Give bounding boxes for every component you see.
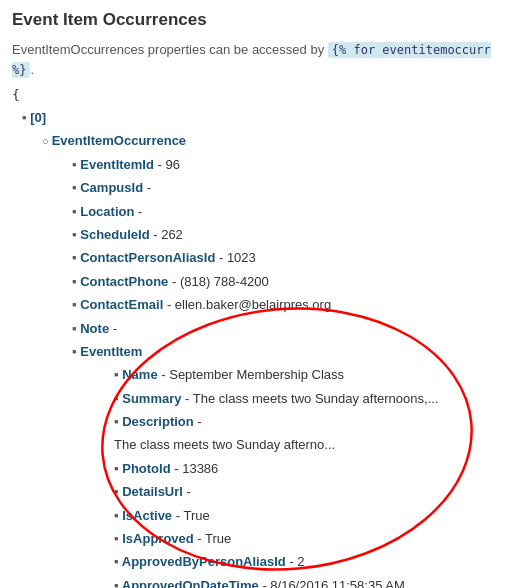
event-item-field: DetailsUrl - xyxy=(114,480,506,503)
array-index-item: [0] xyxy=(22,106,506,129)
field-item: ContactPersonAliasId - 1023 xyxy=(72,246,506,269)
event-item-field: Summary - The class meets two Sunday aft… xyxy=(114,387,506,410)
tree-container: [0] EventItemOccurrence EventItemId - 96… xyxy=(12,106,506,588)
brace-open: { xyxy=(12,87,506,102)
field-item: ScheduleId - 262 xyxy=(72,223,506,246)
event-item-field: PhotoId - 13386 xyxy=(114,457,506,480)
page-title: Event Item Occurrences xyxy=(12,10,506,30)
field-item: Location - xyxy=(72,200,506,223)
event-item-field: ApprovedOnDateTime - 8/16/2016 11:58:35 … xyxy=(114,574,506,588)
event-item-field: IsApproved - True xyxy=(114,527,506,550)
event-item-field: Description - The class meets two Sunday… xyxy=(114,410,506,457)
class-name-item: EventItemOccurrence xyxy=(42,129,506,152)
field-item: ContactEmail - ellen.baker@belairpres.or… xyxy=(72,293,506,316)
field-item: EventItemId - 96 xyxy=(72,153,506,176)
intro-text: EventItemOccurrences properties can be a… xyxy=(12,42,324,57)
event-item-field: IsActive - True xyxy=(114,504,506,527)
event-item-field: ApprovedByPersonAliasId - 2 xyxy=(114,550,506,573)
event-item-field: Name - September Membership Class xyxy=(114,363,506,386)
field-item: ContactPhone - (818) 788-4200 xyxy=(72,270,506,293)
field-item: Note - xyxy=(72,317,506,340)
field-item: EventItem xyxy=(72,340,506,363)
field-item: CampusId - xyxy=(72,176,506,199)
intro-paragraph: EventItemOccurrences properties can be a… xyxy=(12,40,506,79)
